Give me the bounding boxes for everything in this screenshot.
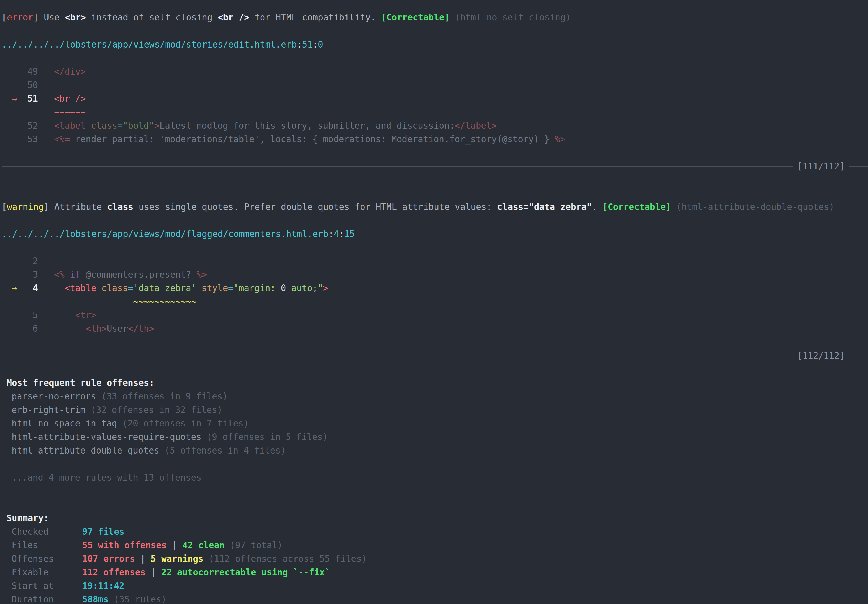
gutter: 2 — [2, 254, 41, 268]
path-separator: : — [313, 39, 318, 50]
offenses-total: (112 offenses across 55 files) — [203, 554, 367, 564]
squiggle-underline: ~~~~~~ — [54, 107, 86, 117]
squiggle-line: ~~~~~~~~~~~~ — [0, 295, 868, 308]
summary-row-offenses: Offenses107 errors | 5 warnings (112 off… — [0, 552, 868, 565]
progress-divider: [111/112] — [0, 160, 868, 173]
correctable-badge: [Correctable] — [603, 202, 671, 212]
path-separator: : — [339, 229, 344, 239]
path-separator: : — [329, 229, 334, 239]
summary-label: Start at — [12, 579, 82, 593]
code-line: 49</div> — [0, 65, 868, 78]
code-text: <tr> — [47, 308, 96, 322]
gutter: 53 — [2, 132, 41, 146]
separator: | — [167, 540, 183, 550]
rule-name: erb-right-trim — [12, 405, 85, 415]
rule-item: erb-right-trim (32 offenses in 32 files) — [0, 403, 868, 417]
code-line: 52<label class="bold">Latest modlog for … — [0, 119, 868, 132]
indent — [54, 283, 65, 293]
message-text: Attribute — [49, 202, 107, 212]
html-tag: </label> — [455, 121, 497, 131]
space — [196, 283, 202, 293]
gutter: 6 — [2, 322, 41, 335]
offense-message-error: [error] Use <br> instead of self-closing… — [0, 11, 868, 24]
offense-message-warning: [warning] Attribute class uses single qu… — [0, 200, 868, 214]
code-line: 3<% if @commenters.present? %> — [0, 268, 868, 281]
rule-item: html-no-space-in-tag (20 offenses in 7 f… — [0, 417, 868, 430]
gutter: 52 — [2, 119, 41, 132]
more-rules-text: ...and 4 more rules with 13 offenses — [12, 472, 202, 483]
rule-count: (20 offenses in 7 files) — [117, 418, 249, 429]
rule-name: html-attribute-values-require-quotes — [12, 432, 202, 442]
line-number: 3 — [33, 269, 38, 280]
html-tag: <table — [65, 283, 96, 293]
string-literal: 'data zebra' — [133, 283, 196, 293]
html-tag: <tr> — [54, 310, 96, 320]
line-number-ref: 51 — [302, 39, 313, 50]
code-line: 53<%= render partial: 'moderations/table… — [0, 132, 868, 146]
rule-item: html-attribute-values-require-quotes (9 … — [0, 430, 868, 444]
code-text: </div> — [47, 65, 86, 78]
code-line: 50 — [0, 78, 868, 92]
message-code-bold: <br /> — [218, 12, 250, 23]
file-path-line: ../../../../lobsters/app/views/mod/flagg… — [0, 227, 868, 241]
space — [96, 283, 102, 293]
code-text: <% if @commenters.present? %> — [47, 268, 207, 281]
message-text: . — [592, 202, 603, 212]
rule-count: (32 offenses in 32 files) — [85, 405, 223, 415]
operator: = — [117, 121, 122, 131]
message-text: instead of self-closing — [86, 12, 218, 23]
error-count: 107 errors — [82, 554, 135, 564]
line-number-ref: 4 — [334, 229, 339, 239]
code-line: 2 — [0, 254, 868, 268]
file-path-link[interactable]: ../../../../lobsters/app/views/mod/stori… — [2, 39, 297, 50]
message-code-bold: <br> — [65, 12, 86, 23]
erb-tag: %> — [555, 134, 565, 144]
code-line: 6 <th>User</th> — [0, 322, 868, 335]
code-line-offending: →51<br /> — [0, 92, 868, 106]
rule-count: (33 offenses in 9 files) — [96, 391, 228, 402]
code-line: 5 <tr> — [0, 308, 868, 322]
severity-warning-label: warning — [7, 202, 44, 212]
rule-name: html-attribute-double-quotes — [12, 445, 159, 456]
html-tag: <label — [54, 121, 91, 131]
rules-section-heading: Most frequent rule offenses: — [0, 376, 868, 390]
file-path-line: ../../../../lobsters/app/views/mod/stori… — [0, 38, 868, 51]
summary-row-duration: Duration588ms (35 rules) — [0, 593, 868, 604]
severity-bracket: ] — [44, 202, 49, 212]
blank-line — [0, 241, 868, 254]
html-attr: style — [202, 283, 228, 293]
line-number: 50 — [27, 80, 38, 90]
separator: | — [146, 567, 161, 578]
message-code-bold: class — [107, 202, 133, 212]
line-number-current: 4 — [33, 283, 38, 293]
blank-line — [0, 335, 868, 349]
severity-bracket: ] — [33, 12, 39, 23]
terminal-window: [error] Use <br> instead of self-closing… — [0, 0, 868, 604]
line-number: 49 — [27, 66, 38, 77]
summary-row-files: Files55 with offenses | 42 clean (97 tot… — [0, 539, 868, 552]
css-value: 0 — [281, 283, 286, 293]
rule-item: html-attribute-double-quotes (5 offenses… — [0, 444, 868, 457]
blank-line — [0, 362, 868, 376]
line-number: 6 — [33, 323, 38, 334]
text-content: User — [107, 323, 128, 334]
string-literal: auto — [286, 283, 312, 293]
code-text: <%= render partial: 'moderations/table',… — [47, 132, 565, 146]
code-text — [47, 254, 54, 268]
code-line-offending: →4 <table class='data zebra' style="marg… — [0, 281, 868, 295]
file-path-link[interactable]: ../../../../lobsters/app/views/mod/flagg… — [2, 229, 329, 239]
code-text: ~~~~~~~~~~~~ — [47, 295, 196, 308]
code-text: <th>User</th> — [47, 322, 154, 335]
gutter: 49 — [2, 65, 41, 78]
line-number: 52 — [27, 121, 38, 131]
blank-line — [0, 24, 868, 38]
ruby-code: render partial: 'moderations/table', loc… — [70, 134, 555, 144]
gutter — [2, 295, 41, 308]
divider-line — [849, 356, 868, 356]
keyword: if — [65, 269, 86, 280]
ruby-code: @commenters.present? — [86, 269, 196, 280]
summary-label: Files — [12, 539, 82, 552]
message-text: Use — [39, 12, 65, 23]
code-text — [47, 78, 54, 92]
summary-row-start: Start at19:11:42 — [0, 579, 868, 593]
